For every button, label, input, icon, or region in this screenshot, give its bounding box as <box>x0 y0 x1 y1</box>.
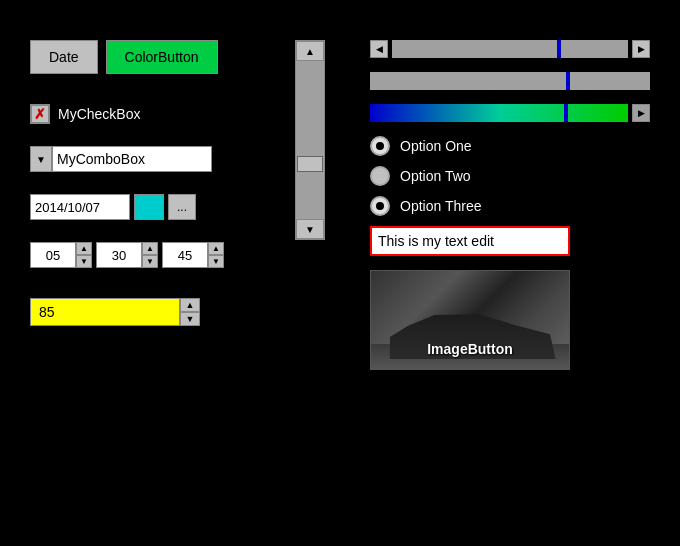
hslider2-track[interactable] <box>370 72 650 90</box>
hslider-row-3: ▶ <box>370 104 650 122</box>
datepicker-row: ... <box>30 194 310 220</box>
combobox-row: ▼ <box>30 146 310 172</box>
spinbox-up-arrow[interactable]: ▲ <box>180 298 200 312</box>
hslider1-left-arrow[interactable]: ◀ <box>370 40 388 58</box>
spinbox-input[interactable] <box>30 298 180 326</box>
hslider-row-2 <box>370 72 650 90</box>
minute-arrows: ▲ ▼ <box>142 242 158 268</box>
radio-row-3: Option Three <box>370 196 650 216</box>
radio-option-three[interactable] <box>370 196 390 216</box>
hslider3-right-arrow[interactable]: ▶ <box>632 104 650 122</box>
second-up-arrow[interactable]: ▲ <box>208 242 224 255</box>
hour-spinner: ▲ ▼ <box>30 242 92 268</box>
vslider-up-arrow[interactable]: ▲ <box>296 41 324 61</box>
button-row: Date ColorButton <box>30 40 310 74</box>
minute-spinner: ▲ ▼ <box>96 242 158 268</box>
text-edit-input[interactable] <box>370 226 570 256</box>
radio-row-2: Option Two <box>370 166 650 186</box>
minute-down-arrow[interactable]: ▼ <box>142 255 158 268</box>
color-button[interactable]: ColorButton <box>106 40 218 74</box>
hour-input[interactable] <box>30 242 76 268</box>
image-button-label: ImageButton <box>427 341 513 357</box>
second-spinner: ▲ ▼ <box>162 242 224 268</box>
radio-option-two[interactable] <box>370 166 390 186</box>
left-panel: Date ColorButton MyCheckBox ▼ ... ▲ ▼ ▲ … <box>30 40 310 326</box>
my-checkbox[interactable] <box>30 104 50 124</box>
hslider1-right-arrow[interactable]: ▶ <box>632 40 650 58</box>
vslider-track[interactable] <box>296 61 324 219</box>
vslider-down-arrow[interactable]: ▼ <box>296 219 324 239</box>
combo-arrow-icon[interactable]: ▼ <box>30 146 52 172</box>
date-field[interactable] <box>30 194 130 220</box>
spinbox-row: ▲ ▼ <box>30 298 310 326</box>
hour-up-arrow[interactable]: ▲ <box>76 242 92 255</box>
right-panel: ◀ ▶ ▶ Option One Option Two Option Three <box>370 40 650 370</box>
date-picker-button[interactable]: ... <box>168 194 196 220</box>
radio-option-one[interactable] <box>370 136 390 156</box>
hslider-row-1: ◀ ▶ <box>370 40 650 58</box>
second-arrows: ▲ ▼ <box>208 242 224 268</box>
combo-input[interactable] <box>52 146 212 172</box>
spinbox-arrows: ▲ ▼ <box>180 298 200 326</box>
radio-label-one: Option One <box>400 138 472 154</box>
minute-input[interactable] <box>96 242 142 268</box>
hslider3-track[interactable] <box>370 104 628 122</box>
radio-label-three: Option Three <box>400 198 481 214</box>
radio-label-two: Option Two <box>400 168 471 184</box>
radio-group: Option One Option Two Option Three <box>370 136 650 216</box>
hslider2-thumb[interactable] <box>566 72 570 90</box>
radio-row-1: Option One <box>370 136 650 156</box>
textedit-row <box>370 226 650 256</box>
hour-arrows: ▲ ▼ <box>76 242 92 268</box>
date-button[interactable]: Date <box>30 40 98 74</box>
second-down-arrow[interactable]: ▼ <box>208 255 224 268</box>
checkbox-row: MyCheckBox <box>30 104 310 124</box>
hslider3-thumb[interactable] <box>564 104 568 122</box>
spinbox-down-arrow[interactable]: ▼ <box>180 312 200 326</box>
checkbox-label: MyCheckBox <box>58 106 140 122</box>
image-button[interactable]: ImageButton <box>370 270 570 370</box>
second-input[interactable] <box>162 242 208 268</box>
minute-up-arrow[interactable]: ▲ <box>142 242 158 255</box>
date-color-strip <box>134 194 164 220</box>
hour-down-arrow[interactable]: ▼ <box>76 255 92 268</box>
vertical-slider[interactable]: ▲ ▼ <box>295 40 325 240</box>
hslider1-thumb[interactable] <box>557 40 561 58</box>
hslider1-track[interactable] <box>392 40 628 58</box>
vslider-thumb[interactable] <box>297 156 323 172</box>
time-row: ▲ ▼ ▲ ▼ ▲ ▼ <box>30 242 310 268</box>
